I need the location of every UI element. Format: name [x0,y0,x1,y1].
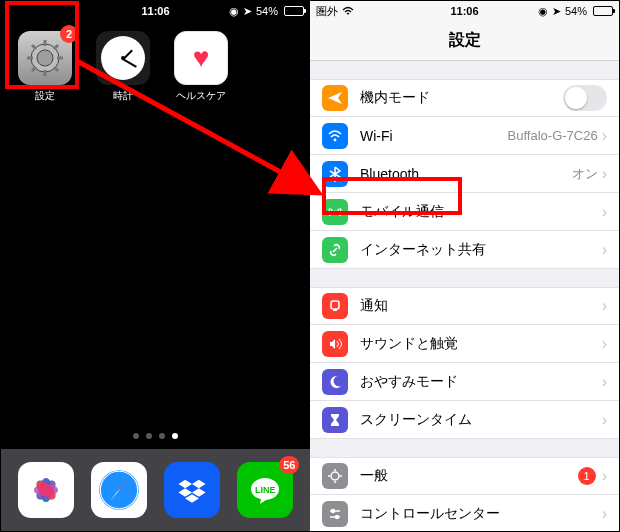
status-time: 11:06 [1,5,310,17]
row-internet-sharing[interactable]: インターネット共有 › [310,231,619,269]
status-bar: 圏外 11:06 ◉ ➤ 54% [310,1,619,21]
chevron-right-icon: › [602,373,607,391]
chevron-right-icon: › [602,411,607,429]
row-general[interactable]: 一般 1 › [310,457,619,495]
app-label: 設定 [35,89,55,103]
phone-settings-screen: 圏外 11:06 ◉ ➤ 54% 設定 機内モード Wi-Fi Buffa [310,1,619,531]
chevron-right-icon: › [602,165,607,183]
chevron-right-icon: › [602,467,607,485]
clock-icon [96,31,150,85]
row-screen-time[interactable]: スクリーンタイム › [310,401,619,439]
chevron-right-icon: › [602,241,607,259]
svg-line-6 [32,45,36,49]
svg-rect-33 [331,301,339,309]
bell-icon [322,293,348,319]
speaker-icon [322,331,348,357]
bluetooth-icon [322,161,348,187]
svg-point-31 [334,138,337,141]
row-bluetooth[interactable]: Bluetooth オン › [310,155,619,193]
app-label: ヘルスケア [176,89,226,103]
wifi-detail: Buffalo-G-7C26 [508,128,598,143]
line-badge: 56 [279,456,299,474]
switches-icon [322,501,348,527]
row-do-not-disturb[interactable]: おやすみモード › [310,363,619,401]
nav-title: 設定 [310,21,619,61]
chevron-right-icon: › [602,203,607,221]
line-text: LINE [255,485,276,495]
home-apps: 2 設定 時計 ♥ ヘルスケア [1,21,310,103]
app-health[interactable]: ♥ ヘルスケア [171,31,231,103]
hourglass-icon [322,407,348,433]
app-dropbox[interactable] [164,462,220,518]
app-clock[interactable]: 時計 [93,31,153,103]
row-airplane-mode[interactable]: 機内モード [310,79,619,117]
svg-point-32 [334,210,337,213]
settings-icon: 2 [18,31,72,85]
bluetooth-detail: オン [572,165,598,183]
svg-marker-28 [179,488,193,497]
chevron-right-icon: › [602,335,607,353]
app-line[interactable]: LINE 56 [237,462,293,518]
app-settings[interactable]: 2 設定 [15,31,75,103]
status-bar: 11:06 ◉ ➤ 54% [1,1,310,21]
battery-icon [591,6,613,16]
app-label: 時計 [113,89,133,103]
antenna-icon [322,199,348,225]
row-control-center[interactable]: コントロールセンター › [310,495,619,531]
svg-point-1 [37,50,53,66]
gear-icon [322,463,348,489]
svg-rect-34 [333,309,337,311]
airplane-toggle[interactable] [563,85,607,111]
app-photos[interactable] [18,462,74,518]
chevron-right-icon: › [602,127,607,145]
svg-point-43 [336,515,339,518]
svg-point-35 [331,472,339,480]
chevron-right-icon: › [602,297,607,315]
health-icon: ♥ [174,31,228,85]
svg-marker-26 [179,480,193,489]
app-safari[interactable] [91,462,147,518]
svg-marker-27 [192,480,206,489]
status-time: 11:06 [310,5,619,17]
moon-icon [322,369,348,395]
general-badge: 1 [578,467,596,485]
row-notifications[interactable]: 通知 › [310,287,619,325]
dock: LINE 56 [1,449,310,531]
airplane-icon [322,85,348,111]
row-mobile-data[interactable]: モバイル通信 › [310,193,619,231]
row-wifi[interactable]: Wi-Fi Buffalo-G-7C26 › [310,117,619,155]
row-sound[interactable]: サウンドと触覚 › [310,325,619,363]
link-icon [322,237,348,263]
settings-badge: 2 [60,25,78,43]
svg-marker-29 [192,488,206,497]
svg-point-41 [332,509,335,512]
phone-home-screen: 11:06 ◉ ➤ 54% 2 [1,1,310,531]
chevron-right-icon: › [602,505,607,523]
page-dots [1,433,310,439]
svg-line-9 [32,67,36,71]
svg-line-8 [54,45,58,49]
heart-icon: ♥ [193,44,210,72]
svg-line-7 [54,67,58,71]
wifi-icon [322,123,348,149]
battery-icon [282,6,304,16]
